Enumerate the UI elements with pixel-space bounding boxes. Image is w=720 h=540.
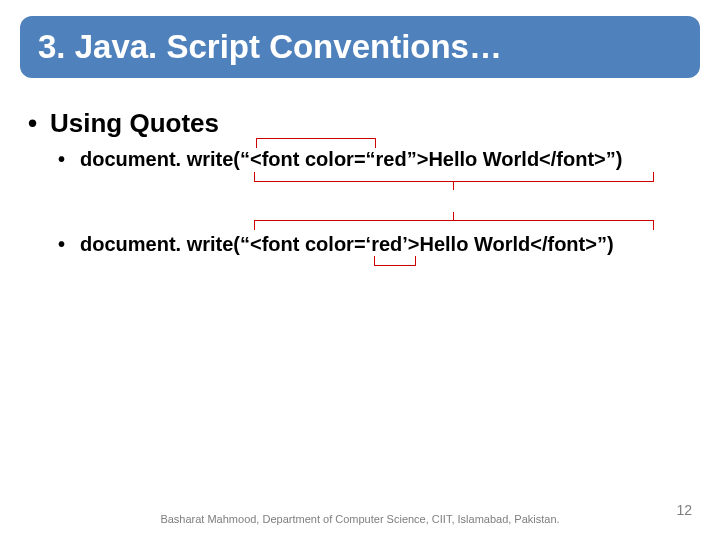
bracket-line2-bottom-small	[374, 256, 416, 266]
bracket-line2-top-wide	[254, 220, 654, 230]
bullet-heading: Using Quotes	[28, 108, 692, 139]
bracket-line1-bottom-wide	[254, 172, 654, 182]
title-band: 3. Java. Script Conventions…	[20, 16, 700, 78]
footer-attribution-text: Basharat Mahmood, Department of Computer…	[160, 513, 559, 525]
bracket-line1-bottom-center-tick	[453, 182, 454, 190]
bracket-line2-top-center-tick	[453, 212, 454, 220]
slide-title: 3. Java. Script Conventions…	[38, 28, 502, 66]
code-line-1: document. write(“<font color=“red”>Hello…	[58, 147, 692, 172]
slide: 3. Java. Script Conventions… Using Quote…	[0, 0, 720, 540]
code-line-2: document. write(“<font color=‘red’>Hello…	[58, 232, 692, 257]
slide-body: Using Quotes document. write(“<font colo…	[28, 108, 692, 261]
footer-attribution: Basharat Mahmood, Department of Computer…	[0, 513, 720, 526]
bracket-line1-top-small	[256, 138, 376, 148]
page-number: 12	[676, 502, 692, 518]
